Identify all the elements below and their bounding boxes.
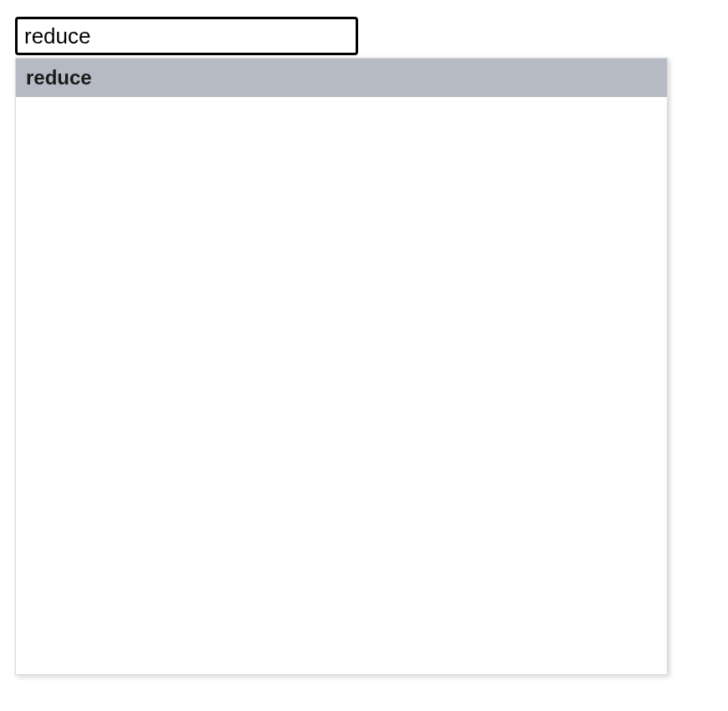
search-container [15,17,358,55]
suggestion-label: reduce [26,66,92,90]
autocomplete-dropdown: reduce [15,58,668,675]
suggestion-item[interactable]: reduce [16,59,667,97]
search-input[interactable] [15,17,358,55]
